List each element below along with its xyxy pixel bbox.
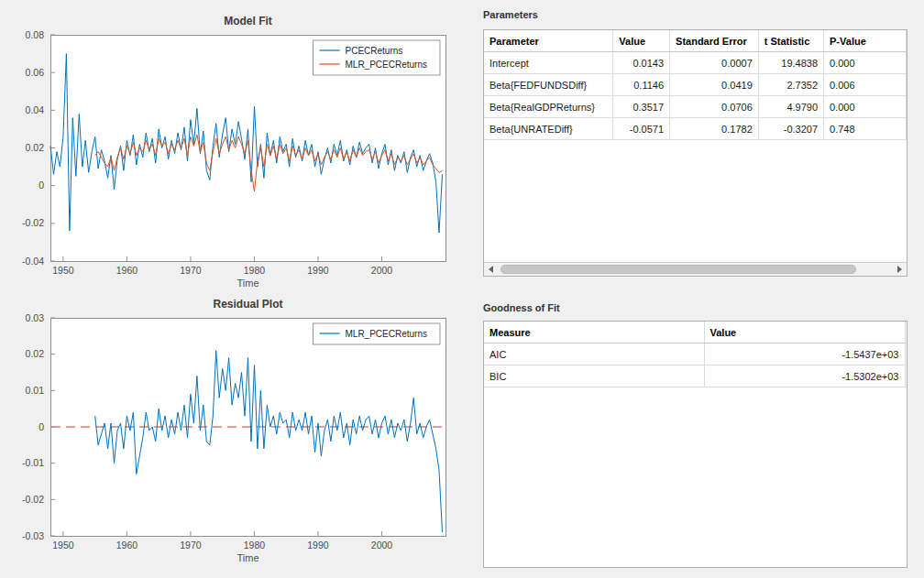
scroll-left-button[interactable] [484,263,498,276]
table-row: Beta{UNRATEDiff}-0.05710.1782-0.32070.74… [484,118,907,140]
x-tick-label: 1970 [180,265,202,276]
x-tick-label: 1970 [180,540,202,551]
x-axis-label: Time [236,552,258,563]
app-root: { "panels": { "parameters": { "section_t… [0,0,924,578]
table-row: Beta{FEDFUNDSDiff}0.11460.04192.73520.00… [484,74,907,96]
residual-plot-chart: -0.03-0.02-0.0100.010.020.03195019601970… [0,293,466,578]
table-cell: 0.0007 [670,52,759,74]
table-cell: 0.000 [824,96,907,118]
chart-title: Residual Plot [213,298,282,311]
table-row: Beta{RealGDPReturns}0.35170.07064.97900.… [484,96,907,118]
scrollbar-thumb[interactable] [500,265,856,274]
table-cell: 2.7352 [758,74,823,96]
column-header-value: Value [704,322,905,344]
table-cell: Beta{UNRATEDiff} [484,118,613,140]
chart-title: Model Fit [224,15,272,27]
table-header-row: MeasureValue [484,322,905,344]
column-header-t-statistic: t Statistic [758,30,823,52]
x-tick-label: 1980 [244,540,266,551]
goodness-of-fit-panel: MeasureValueAIC-1.5437e+03BIC-1.5302e+03 [483,321,908,568]
model-fit-chart: -0.04-0.0200.020.040.060.081950196019701… [0,0,466,296]
goodness-of-fit-table: MeasureValueAIC-1.5437e+03BIC-1.5302e+03 [484,322,906,387]
x-tick-label: 1990 [307,265,329,276]
x-tick-label: 1990 [307,540,329,551]
y-tick-label: 0 [38,421,44,432]
x-tick-label: 1950 [52,540,74,551]
table-cell: -0.0571 [613,118,670,140]
scroll-right-arrow-icon [897,266,902,273]
y-tick-label: 0.03 [26,312,45,323]
x-tick-label: 2000 [371,265,393,276]
y-tick-label: 0.04 [26,104,45,115]
column-header-standard-error: Standard Error [670,30,759,52]
table-cell: 0.1146 [613,74,670,96]
y-tick-label: 0.08 [26,29,45,40]
parameters-section-label: Parameters [483,9,538,20]
y-tick-label: -0.02 [22,217,44,228]
residual-plot-canvas: -0.03-0.02-0.0100.010.020.03195019601970… [0,293,466,578]
legend-label: MLR_PCECReturns [346,329,427,339]
horizontal-scrollbar[interactable] [484,262,907,276]
table-cell: 0.0419 [670,74,759,96]
column-header-parameter: Parameter [484,30,613,52]
table-cell: 0.1782 [670,118,759,140]
y-tick-label: 0.02 [26,142,45,153]
y-tick-label: 0.06 [26,67,45,78]
x-tick-label: 1960 [116,540,138,551]
column-header-p-value: P-Value [824,30,907,52]
y-tick-label: 0.02 [26,348,45,359]
column-header-value: Value [613,30,670,52]
model-fit-canvas: -0.04-0.0200.020.040.060.081950196019701… [0,0,466,292]
table-cell: 0.3517 [613,96,670,118]
table-header-row: ParameterValueStandard Errort StatisticP… [484,30,907,52]
table-cell: Beta{RealGDPReturns} [484,96,613,118]
column-header-measure: Measure [484,322,704,344]
scroll-right-button[interactable] [893,263,907,276]
x-tick-label: 2000 [371,540,393,551]
scrollbar-track[interactable] [498,263,893,276]
parameters-panel: ParameterValueStandard Errort StatisticP… [483,29,908,277]
x-tick-label: 1980 [244,265,266,276]
table-cell: -1.5302e+03 [704,365,905,387]
table-cell: Beta{FEDFUNDSDiff} [484,74,613,96]
y-tick-label: -0.01 [22,457,44,468]
table-cell: BIC [484,365,704,387]
y-tick-label: -0.02 [22,494,44,505]
x-axis-label: Time [236,278,258,289]
y-tick-label: -0.04 [22,256,44,267]
scroll-left-arrow-icon [489,266,493,273]
goodness-of-fit-section-label: Goodness of Fit [483,302,560,313]
y-tick-label: 0.01 [26,385,45,396]
table-row: BIC-1.5302e+03 [484,365,905,387]
legend-label: PCECReturns [346,46,403,56]
table-cell: Intercept [484,52,613,74]
legend-label: MLR_PCECReturns [346,60,427,70]
x-tick-label: 1950 [52,265,74,276]
table-cell: 0.748 [824,118,907,140]
y-tick-label: 0 [38,180,44,191]
table-row: AIC-1.5437e+03 [484,344,905,365]
table-cell: -1.5437e+03 [704,344,905,365]
table-cell: 0.006 [824,74,907,96]
table-cell: AIC [484,344,704,365]
x-tick-label: 1960 [116,265,138,276]
table-cell: 0.0706 [670,96,759,118]
table-cell: 19.4838 [758,52,823,74]
table-cell: -0.3207 [758,118,823,140]
table-row: Intercept0.01430.000719.48380.000 [484,52,907,74]
table-cell: 4.9790 [758,96,823,118]
table-cell: 0.0143 [613,52,670,74]
parameters-table: ParameterValueStandard Errort StatisticP… [484,30,907,140]
y-tick-label: -0.03 [22,530,44,541]
parameters-table-container: ParameterValueStandard Errort StatisticP… [484,30,907,262]
table-cell: 0.000 [824,52,907,74]
